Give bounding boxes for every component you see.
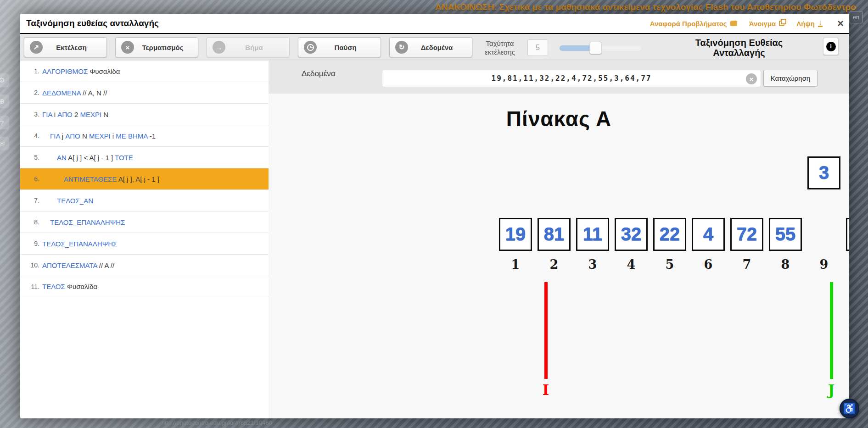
cell-value: 32 bbox=[616, 219, 646, 249]
download-link[interactable]: Λήψη ↓ bbox=[796, 20, 823, 28]
array-cell-2: 81 bbox=[538, 218, 571, 251]
line-text: ΓΙΑ i ΑΠΟ 2 ΜΕΧΡΙ Ν bbox=[42, 111, 108, 118]
array-cell-10: 64 bbox=[846, 218, 849, 251]
line-text: ΤΕΛΟΣ_ΕΠΑΝΑΛΗΨΗΣ bbox=[42, 218, 125, 226]
clear-input-icon[interactable]: × bbox=[746, 73, 757, 84]
download-icon: ↓ bbox=[818, 20, 823, 27]
clock-icon bbox=[304, 41, 317, 54]
line-number: 10. bbox=[26, 261, 39, 269]
line-text: ΓΙΑ j ΑΠΟ Ν ΜΕΧΡΙ i ΜΕ ΒΗΜΑ -1 bbox=[42, 132, 156, 140]
array-cell-3: 11 bbox=[576, 218, 609, 251]
open-link[interactable]: Άνοιγμα bbox=[749, 20, 785, 28]
speed-input[interactable]: 5 bbox=[527, 39, 548, 56]
stop-icon: × bbox=[121, 41, 134, 54]
cell-value: 11 bbox=[577, 219, 608, 249]
algorithm-panel: 1.ΑΛΓΟΡΙΘΜΟΣ Φυσαλίδα2.ΔΕΔΟΜΕΝΑ // Α, Ν … bbox=[20, 60, 269, 418]
sorting-app-modal: Ταξινόμηση ευθείας ανταλλαγής Αναφορά Πρ… bbox=[20, 14, 849, 418]
toolbar-button-clock[interactable]: Παύση bbox=[298, 37, 381, 57]
submit-button[interactable]: Καταχώρηση bbox=[763, 70, 818, 87]
cell-index: 3 bbox=[588, 257, 597, 272]
modal-title: Ταξινόμηση ευθείας ανταλλαγής bbox=[26, 14, 159, 33]
cell-value: 19 bbox=[500, 219, 531, 249]
modal-titlebar: Ταξινόμηση ευθείας ανταλλαγής Αναφορά Πρ… bbox=[20, 14, 849, 34]
cell-index: 2 bbox=[550, 257, 559, 272]
marker-label-i: I bbox=[543, 382, 549, 398]
line-number: 2. bbox=[26, 89, 39, 96]
cell-value: 72 bbox=[732, 219, 762, 249]
step-icon: → bbox=[213, 41, 225, 54]
line-text: ΤΕΛΟΣ_ΑΝ bbox=[42, 197, 93, 205]
line-number: 9. bbox=[26, 240, 39, 247]
line-text: ΑΠΟΤΕΛΕΣΜΑΤΑ // Α // bbox=[42, 261, 114, 269]
cell-value: 22 bbox=[655, 219, 685, 249]
code-line-6: 6.ΑΝΤΙΜΕΤΑΘΕΣΕ Α[ j ], Α[ j - 1 ] bbox=[20, 168, 269, 189]
cell-value: 4 bbox=[693, 219, 723, 249]
marker-label-j: J bbox=[828, 382, 835, 398]
array-title: Πίνακας Α bbox=[269, 106, 849, 131]
toolbar: ↗Εκτέλεση×Τερματισμός→ΒήμαΠαύση↻Δεδομένα… bbox=[20, 34, 849, 60]
code-line-5: 5.ΑΝ Α[ j ] < Α[ j - 1 ] ΤΟΤΕ bbox=[20, 146, 269, 168]
array-cell-4: 32 bbox=[615, 218, 648, 251]
status-url: http://photodentro.edu.gr/lor/r/8521/104… bbox=[162, 419, 272, 426]
array-cell-1: 19 bbox=[499, 218, 532, 251]
array-cell-7: 72 bbox=[730, 218, 763, 251]
cell-value: 64 bbox=[847, 219, 849, 249]
line-number: 3. bbox=[26, 111, 39, 118]
language-badge[interactable]: en bbox=[850, 11, 862, 23]
line-text: ΑΝΤΙΜΕΤΑΘΕΣΕ Α[ j ], Α[ j - 1 ] bbox=[42, 175, 159, 183]
cell-index: 5 bbox=[666, 257, 674, 272]
array-cell-5: 22 bbox=[653, 218, 686, 251]
cell-index: 4 bbox=[627, 257, 636, 272]
toolbar-button-stop[interactable]: ×Τερματισμός bbox=[115, 37, 198, 57]
code-line-4: 4.ΓΙΑ j ΑΠΟ Ν ΜΕΧΡΙ i ΜΕ ΒΗΜΑ -1 bbox=[20, 125, 269, 146]
line-text: ΤΕΛΟΣ Φυσαλίδα bbox=[42, 283, 97, 290]
mail-icon: ✉ bbox=[0, 137, 9, 150]
code-line-7: 7.ΤΕΛΟΣ_ΑΝ bbox=[20, 189, 269, 211]
line-number: 4. bbox=[26, 132, 39, 139]
run-icon: ↗ bbox=[30, 41, 43, 54]
line-text: ΤΕΛΟΣ_ΕΠΑΝΑΛΗΨΗΣ bbox=[42, 240, 117, 248]
line-number: 7. bbox=[26, 197, 39, 204]
report-problem-label: Αναφορά Προβλήματος bbox=[650, 20, 727, 28]
marker-line-i bbox=[544, 282, 548, 379]
cell-index: 1 bbox=[511, 257, 520, 272]
cell-value: 55 bbox=[770, 219, 801, 249]
refresh-icon: ↻ bbox=[395, 41, 408, 54]
line-number: 11. bbox=[26, 283, 39, 290]
line-number: 1. bbox=[26, 67, 39, 75]
cell-index: 7 bbox=[743, 257, 751, 272]
data-label: Δεδομένα bbox=[302, 69, 336, 78]
lifted-cell-value: 3 bbox=[809, 158, 839, 187]
toolbar-button-refresh[interactable]: ↻Δεδομένα bbox=[389, 37, 472, 57]
accessibility-icon[interactable]: ♿ bbox=[840, 399, 859, 418]
code-line-3: 3.ΓΙΑ i ΑΠΟ 2 ΜΕΧΡΙ Ν bbox=[20, 103, 269, 125]
code-line-11: 11.ΤΕΛΟΣ Φυσαλίδα bbox=[20, 276, 269, 297]
report-problem-link[interactable]: Αναφορά Προβλήματος bbox=[650, 20, 737, 28]
background-announcement: ΑΝΑΚΟΙΝΩΣΗ: Σχετικά με τα μαθησιακά αντι… bbox=[435, 2, 862, 12]
toolbar-button-step: →Βήμα bbox=[207, 37, 290, 57]
help-icon: ? bbox=[0, 116, 9, 129]
line-text: ΑΛΓΟΡΙΘΜΟΣ Φυσαλίδα bbox=[42, 67, 120, 75]
download-label: Λήψη bbox=[796, 20, 815, 28]
close-icon[interactable]: × bbox=[837, 19, 844, 28]
lifted-cell: 3 bbox=[807, 156, 840, 189]
code-line-8: 8.ΤΕΛΟΣ_ΕΠΑΝΑΛΗΨΗΣ bbox=[20, 211, 269, 233]
array-cell-8: 55 bbox=[769, 218, 802, 251]
line-text: ΔΕΔΟΜΕΝΑ // Α, Ν // bbox=[42, 89, 107, 97]
info-icon: i bbox=[826, 42, 836, 51]
data-entry-band: Δεδομένα 19,81,11,32,22,4,72,55,3,64,77 … bbox=[269, 60, 849, 94]
cell-value: 81 bbox=[539, 219, 569, 249]
toolbar-button-run[interactable]: ↗Εκτέλεση bbox=[24, 37, 107, 57]
visualization-canvas: Πίνακας Α 319181211332422546727558964107… bbox=[269, 94, 849, 418]
info-button[interactable]: i bbox=[823, 38, 839, 55]
speed-label: Ταχύτητα εκτέλεσης bbox=[479, 39, 521, 56]
line-number: 5. bbox=[26, 154, 39, 161]
globe-icon: ⊕ bbox=[0, 94, 9, 108]
open-in-new-icon bbox=[779, 21, 784, 26]
data-input[interactable]: 19,81,11,32,22,4,72,55,3,64,77 bbox=[382, 70, 761, 87]
code-line-10: 10.ΑΠΟΤΕΛΕΣΜΑΤΑ // Α // bbox=[20, 254, 269, 276]
marker-line-j bbox=[830, 282, 833, 379]
gear-icon: ⚙ bbox=[0, 73, 9, 87]
app-title: Ταξινόμηση Ευθείας Ανταλλαγής bbox=[681, 38, 797, 58]
speed-slider-handle[interactable] bbox=[589, 42, 602, 54]
